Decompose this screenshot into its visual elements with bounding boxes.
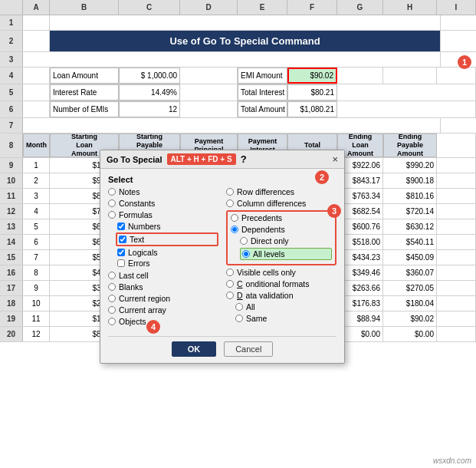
row-2: 2 Use of Go To Special Command [0, 31, 476, 52]
radio-current-array-input[interactable] [108, 306, 116, 314]
radio-conditional-formats: Conditional formats [226, 279, 336, 288]
radio-col-diff: Column differences [226, 199, 336, 208]
col-header-i: I [437, 0, 476, 15]
emi-amount-value: $90.02 [287, 68, 337, 84]
dialog-body: Select 2 Notes Constants Formu [100, 169, 344, 363]
radio-formulas: Formulas [108, 210, 218, 219]
radio-all: All [235, 302, 336, 311]
watermark: wsxdn.com [433, 456, 471, 465]
col-header-b: B [50, 0, 119, 15]
radio-col-diff-input[interactable] [226, 199, 234, 207]
column-headers: A B C D E F G H I [0, 0, 476, 15]
check-logicals: Logicals [117, 248, 218, 257]
shortcut-badge: ALT + H + FD + S [167, 153, 236, 165]
check-numbers-input[interactable] [117, 222, 125, 230]
col-header-h: H [383, 0, 437, 15]
badge-1: 1 [458, 55, 471, 69]
col-header-d: D [180, 0, 238, 15]
col-header-f: F [287, 0, 337, 15]
radio-same: Same [235, 314, 336, 323]
radio-current-region-input[interactable] [108, 295, 116, 302]
radio-last-cell-input[interactable] [108, 272, 116, 279]
badge-4: 4 [146, 320, 160, 334]
check-logicals-input[interactable] [117, 249, 125, 256]
interest-rate-label: Interest Rate [50, 84, 119, 101]
total-interest-label: Total Interest [238, 84, 287, 101]
radio-formulas-input[interactable] [108, 211, 116, 219]
loan-amount-label: Loan Amount [50, 68, 119, 84]
select-label: Select [108, 175, 133, 184]
radio-dependents-input[interactable] [231, 226, 238, 233]
radio-constants-input[interactable] [108, 199, 116, 207]
radio-current-region: Current region [108, 294, 218, 303]
row-5: 5 Interest Rate 14.49% Total Interest $8… [0, 84, 476, 101]
row-4: 4 Loan Amount $ 1,000.00 EMI Amount $90.… [0, 68, 476, 84]
radio-all-input[interactable] [235, 303, 243, 311]
radio-direct-only: Direct only [240, 236, 332, 246]
emi-amount-label: EMI Amount [238, 68, 287, 84]
col-header-g: G [337, 0, 383, 15]
radio-current-array: Current array [108, 305, 218, 315]
radio-all-levels: All levels [240, 248, 332, 260]
ok-button[interactable]: OK [172, 341, 217, 357]
radio-direct-only-input[interactable] [240, 237, 248, 245]
dialog-right-col: Row differences Column differences 3 Pre… [226, 187, 336, 328]
dialog-close-button[interactable]: × [332, 153, 338, 165]
spreadsheet-title: Use of Go To Special Command [50, 31, 441, 51]
row-7: 7 [0, 118, 476, 133]
check-errors-input[interactable] [117, 259, 125, 267]
radio-dependents: Dependents [231, 225, 332, 234]
radio-row-diff: Row differences [226, 187, 336, 196]
goto-special-dialog: Go To Special ALT + H + FD + S ? × Selec… [100, 150, 345, 364]
radio-last-cell: Last cell [108, 271, 218, 280]
col-header-c: C [119, 0, 180, 15]
col-header-e: E [238, 0, 287, 15]
dialog-buttons: 4 OK Cancel [108, 336, 336, 357]
badge-3: 3 [327, 204, 341, 218]
total-interest-value: $80.21 [287, 84, 337, 101]
precedents-dependents-box: 3 Precedents Dependents Direct only [226, 210, 336, 265]
radio-precedents: Precedents [231, 213, 332, 222]
radio-same-input[interactable] [235, 315, 243, 322]
col-header-a: A [23, 0, 50, 15]
dialog-title: Go To Special [107, 155, 162, 164]
interest-rate-value: 14.49% [119, 84, 180, 101]
radio-objects: Objects [108, 317, 218, 326]
radio-all-levels-input[interactable] [242, 250, 250, 258]
th-month: Month [23, 133, 50, 157]
dialog-options: Notes Constants Formulas Numbers [108, 187, 336, 328]
check-errors: Errors [117, 259, 218, 268]
row-3: 3 [0, 52, 476, 68]
radio-visible-cells: Visible cells only [226, 268, 336, 277]
radio-row-diff-input[interactable] [226, 188, 234, 196]
radio-constants: Constants [108, 199, 218, 208]
spreadsheet: A B C D E F G H I 1 2 Use of Go To Speci… [0, 0, 476, 468]
loan-amount-value: $ 1,000.00 [119, 68, 180, 84]
th-ending-payable: EndingPayableAmount [383, 133, 437, 157]
badge-2: 2 [315, 170, 329, 184]
radio-visible-cells-input[interactable] [226, 269, 234, 276]
check-numbers: Numbers [117, 222, 218, 231]
question-mark: ? [241, 153, 247, 165]
row-1: 1 [0, 15, 476, 31]
radio-objects-input[interactable] [108, 318, 116, 325]
cancel-button[interactable]: Cancel [224, 341, 273, 357]
radio-data-validation-input[interactable] [226, 292, 234, 299]
radio-conditional-formats-input[interactable] [226, 280, 234, 288]
radio-notes-input[interactable] [108, 188, 116, 196]
radio-precedents-input[interactable] [231, 214, 238, 222]
radio-blanks: Blanks [108, 282, 218, 292]
radio-blanks-input[interactable] [108, 283, 116, 291]
total-payable-value: $1,080.21 [287, 101, 337, 117]
dialog-title-bar: Go To Special ALT + H + FD + S ? × [100, 150, 344, 169]
radio-notes: Notes [108, 187, 218, 196]
row-6: 6 Number of EMIs 12 Total Amount Payable… [0, 101, 476, 118]
total-payable-label: Total Amount Payable [238, 101, 287, 117]
radio-data-validation: Data validation [226, 291, 336, 300]
dialog-left-col: Notes Constants Formulas Numbers [108, 187, 218, 328]
num-emis-value: 12 [119, 101, 180, 117]
col-header-rownum [0, 0, 23, 15]
num-emis-label: Number of EMIs [50, 101, 119, 117]
check-text: Text [116, 232, 218, 246]
check-text-input[interactable] [119, 236, 126, 243]
